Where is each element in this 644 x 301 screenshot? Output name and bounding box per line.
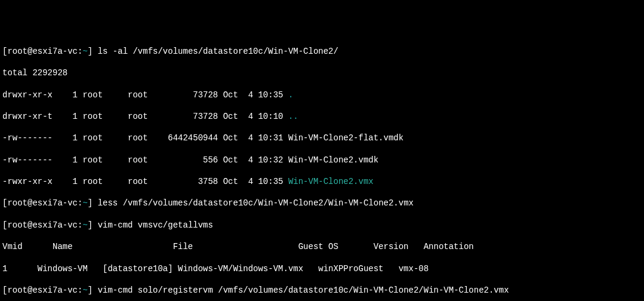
user-host: root@esxi7a-vc	[7, 198, 78, 208]
prompt-bracket: ]	[88, 47, 93, 56]
terminal-line: [root@esxi7a-vc:~] vim-cmd solo/register…	[2, 285, 642, 296]
command[interactable]: vim-cmd solo/registervm /vmfs/volumes/da…	[93, 285, 509, 295]
terminal-line: [root@esxi7a-vc:~] ls -al /vmfs/volumes/…	[2, 46, 642, 57]
prompt-tilde: ~	[82, 47, 87, 56]
output-line: -rw------- 1 root root 6442450944 Oct 4 …	[2, 133, 642, 143]
user-host: root@esxi7a-vc	[7, 47, 78, 56]
user-host: root@esxi7a-vc	[7, 220, 78, 230]
user-host: root@esxi7a-vc	[7, 285, 78, 295]
prompt-tilde: ~	[82, 220, 87, 230]
command[interactable]: vim-cmd vmsvc/getallvms	[93, 220, 213, 230]
command[interactable]: ls -al /vmfs/volumes/datastore10c/Win-VM…	[93, 47, 338, 56]
output-line: -rw------- 1 root root 556 Oct 4 10:32 W…	[2, 155, 642, 165]
output-line: -rwxr-xr-x 1 root root 3758 Oct 4 10:35 …	[2, 176, 642, 187]
vmx-file: Win-VM-Clone2.vmx	[288, 177, 374, 186]
prompt-bracket: ]	[88, 285, 93, 295]
terminal-line: [root@esxi7a-vc:~] vim-cmd vmsvc/getallv…	[2, 220, 642, 231]
command[interactable]: less /vmfs/volumes/datastore10c/Win-VM-C…	[93, 198, 414, 208]
output-line: total 2292928	[2, 67, 642, 78]
output-line: 1 Windows-VM [datastore10a] Windows-VM/W…	[2, 263, 642, 274]
dir-dot: .	[288, 90, 293, 100]
prompt-tilde: ~	[82, 285, 87, 295]
prompt-bracket: ]	[88, 198, 93, 208]
output-header: Vmid Name File Guest OS Version Annotati…	[2, 241, 642, 252]
dir-dotdot: ..	[288, 112, 298, 121]
terminal-line: [root@esxi7a-vc:~] less /vmfs/volumes/da…	[2, 198, 642, 208]
prompt-tilde: ~	[82, 198, 87, 208]
output-line: drwxr-xr-x 1 root root 73728 Oct 4 10:35…	[2, 90, 642, 100]
output-line: drwxr-xr-t 1 root root 73728 Oct 4 10:10…	[2, 111, 642, 122]
prompt-bracket: ]	[88, 220, 93, 230]
